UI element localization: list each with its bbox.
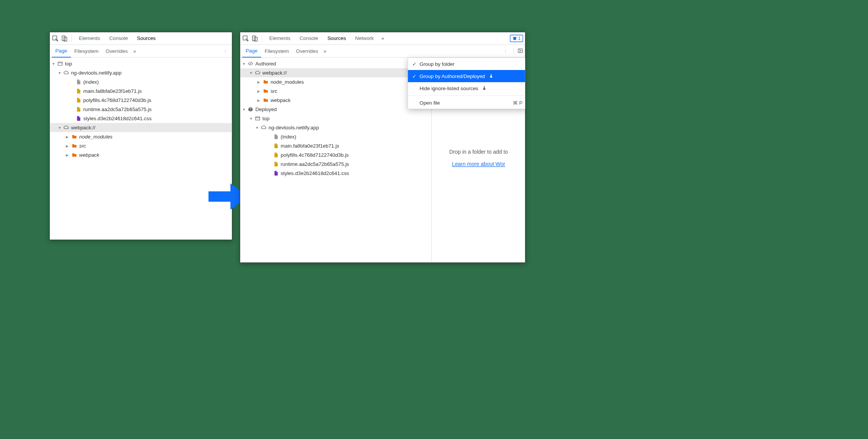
tree-label: runtime.aa2dc5a72b65a575.js	[83, 107, 152, 112]
sources-subtabs: Page Filesystem Overrides » ⋮	[240, 45, 525, 57]
tab-console[interactable]: Console	[296, 32, 322, 45]
tree-file[interactable]: styles.d3e2b24618d2c641.css	[240, 169, 432, 178]
tree-folder[interactable]: node_modules	[240, 77, 432, 86]
tree-label: runtime.aa2dc5a72b65a575.js	[281, 161, 349, 167]
tree-file[interactable]: main.fa8bfa0e23f1eb71.js	[50, 86, 232, 95]
menu-label: Group by folder	[420, 61, 455, 67]
inspect-icon[interactable]	[52, 35, 59, 42]
separator	[262, 35, 262, 41]
tab-sources[interactable]: Sources	[134, 32, 160, 45]
tree-label: main.fa8bfa0e23f1eb71.js	[83, 88, 142, 94]
tree-label: polyfills.4c768d7122740d3b.js	[281, 152, 349, 158]
subtab-overrides[interactable]: Overrides	[102, 45, 131, 57]
tab-elements[interactable]: Elements	[266, 32, 294, 45]
tree-label: styles.d3e2b24618d2c641.css	[281, 170, 349, 176]
tree-folder[interactable]: src	[50, 141, 232, 150]
menu-label: Hide ignore-listed sources	[420, 85, 478, 91]
context-menu: ✓ Group by folder ✓ Group by Authored/De…	[408, 57, 525, 109]
tree-folder[interactable]: node_modules	[50, 132, 232, 141]
subtab-page[interactable]: Page	[52, 45, 71, 57]
tree-webpack[interactable]: webpack://	[240, 68, 432, 77]
tree-domain[interactable]: ng-devtools.netlify.app	[50, 68, 232, 77]
code-icon	[248, 61, 254, 67]
tree-file[interactable]: runtime.aa2dc5a72b65a575.js	[240, 159, 432, 169]
menu-group-by-authored[interactable]: ✓ Group by Authored/Deployed	[408, 70, 525, 82]
tab-network[interactable]: Network	[351, 32, 377, 45]
main-tabs-bar: Elements Console Sources Network » 1	[240, 32, 525, 45]
device-toggle-icon[interactable]	[61, 35, 68, 42]
folder-icon	[263, 79, 269, 85]
subtab-page[interactable]: Page	[242, 45, 261, 57]
devtools-panel-after: Elements Console Sources Network » 1 Pag…	[240, 32, 525, 263]
learn-more-link[interactable]: Learn more about Wor	[452, 161, 505, 167]
tree-deployed[interactable]: Deployed	[240, 105, 432, 114]
tree-folder[interactable]: webpack	[240, 95, 432, 105]
cloud-icon	[261, 125, 266, 130]
more-subtabs-icon[interactable]: »	[322, 48, 329, 54]
devtools-panel-before: Elements Console Sources Page Filesystem…	[49, 32, 232, 240]
tree-file[interactable]: polyfills.4c768d7122740d3b.js	[50, 95, 232, 105]
more-tabs-icon[interactable]: »	[379, 35, 386, 41]
deployed-icon	[248, 107, 254, 112]
tree-authored[interactable]: Authored	[240, 59, 432, 68]
cloud-icon	[64, 125, 69, 130]
js-file-icon	[273, 143, 279, 149]
subtab-filesystem[interactable]: Filesystem	[71, 45, 102, 57]
frame-icon	[255, 116, 260, 121]
js-file-icon	[76, 88, 81, 94]
folder-icon	[72, 134, 77, 140]
flask-icon	[482, 85, 487, 91]
js-file-icon	[273, 161, 279, 167]
tree-file[interactable]: polyfills.4c768d7122740d3b.js	[240, 150, 432, 159]
more-subtabs-icon[interactable]: »	[131, 48, 138, 54]
menu-group-by-folder[interactable]: ✓ Group by folder	[408, 58, 525, 70]
tree-label: ng-devtools.netlify.app	[268, 125, 319, 130]
cloud-icon	[255, 70, 260, 76]
document-icon	[76, 79, 81, 85]
tree-label: node_modules	[79, 134, 112, 140]
js-file-icon	[76, 107, 81, 112]
tree-webpack[interactable]: webpack://	[50, 123, 232, 132]
drop-hint: Drop in a folder to add to	[432, 149, 525, 155]
tree-file[interactable]: main.fa8bfa0e23f1eb71.js	[240, 141, 432, 150]
tree-file[interactable]: (index)	[240, 132, 432, 141]
kebab-menu-icon[interactable]: ⋮	[220, 49, 230, 53]
tree-domain[interactable]: ng-devtools.netlify.app	[240, 123, 432, 132]
issues-badge[interactable]: 1	[510, 35, 523, 42]
menu-open-file[interactable]: Open file ⌘ P	[408, 97, 525, 109]
tree-file[interactable]: (index)	[50, 77, 232, 86]
device-toggle-icon[interactable]	[251, 35, 258, 42]
tab-elements[interactable]: Elements	[75, 32, 104, 45]
toggle-navigator-icon[interactable]	[513, 48, 523, 54]
flask-icon	[489, 73, 493, 79]
tree-label: webpack://	[71, 125, 96, 130]
frame-icon	[57, 61, 63, 67]
js-file-icon	[76, 97, 81, 103]
tree-folder[interactable]: webpack	[50, 150, 232, 159]
tree-label: top	[65, 61, 72, 67]
menu-separator	[408, 95, 525, 96]
tab-console[interactable]: Console	[106, 32, 132, 45]
tree-label: (index)	[281, 134, 296, 140]
subtab-filesystem[interactable]: Filesystem	[261, 45, 292, 57]
check-icon: ✓	[412, 61, 417, 67]
tree-top[interactable]: top	[50, 59, 232, 68]
menu-label: Open file	[420, 100, 440, 105]
svg-rect-3	[58, 62, 62, 65]
subtab-overrides[interactable]: Overrides	[292, 45, 321, 57]
tree-file[interactable]: styles.d3e2b24618d2c641.css	[50, 114, 232, 123]
tree-folder[interactable]: src	[240, 86, 432, 95]
inspect-icon[interactable]	[242, 35, 249, 42]
issues-count: 1	[518, 36, 521, 41]
tree-label: webpack	[79, 152, 99, 158]
tab-sources[interactable]: Sources	[324, 32, 350, 45]
menu-hide-ignore-listed[interactable]: Hide ignore-listed sources	[408, 82, 525, 94]
tree-label: Deployed	[255, 107, 277, 112]
tree-file[interactable]: runtime.aa2dc5a72b65a575.js	[50, 105, 232, 114]
tree-label: webpack://	[262, 70, 287, 76]
sources-subtabs: Page Filesystem Overrides » ⋮	[50, 45, 232, 57]
kebab-menu-icon[interactable]: ⋮	[501, 49, 510, 53]
tree-top[interactable]: top	[240, 114, 432, 123]
tree-label: styles.d3e2b24618d2c641.css	[83, 116, 152, 121]
folder-icon	[263, 88, 269, 94]
